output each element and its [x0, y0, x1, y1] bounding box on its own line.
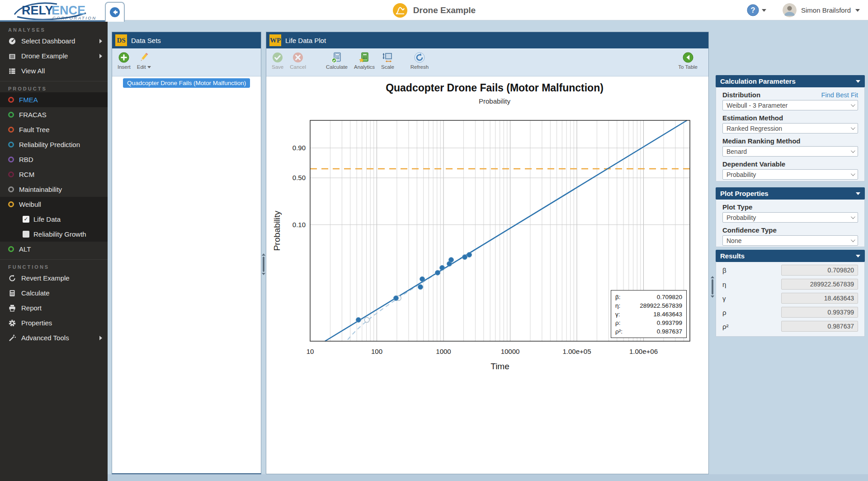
sidebar-item-alt[interactable]: ALT	[0, 242, 108, 257]
data-sets-title: Data Sets	[131, 37, 161, 44]
sidebar-item-rcm[interactable]: RCM	[0, 167, 108, 182]
data-set-item-selected[interactable]: Quadcopter Drone Fails (Motor Malfunctio…	[123, 78, 250, 88]
user-menu-caret-icon[interactable]	[855, 9, 860, 12]
sidebar: ANALYSES Select Dashboard Drone Example …	[0, 20, 108, 481]
calculate-button[interactable]: Calculate	[326, 52, 348, 70]
checkbox-checked-icon[interactable]	[23, 216, 29, 223]
chart-subtitle: Probability	[314, 97, 675, 105]
gamma-value: 18.463643	[653, 310, 682, 319]
estimation-method-select[interactable]: Ranked Regression	[722, 123, 858, 133]
svg-text:0.50: 0.50	[292, 174, 306, 181]
plot-type-select[interactable]: Probability	[722, 212, 858, 223]
confidence-type-select[interactable]: None	[722, 235, 858, 246]
distribution-select[interactable]: Weibull - 3 Parameter	[722, 100, 858, 110]
median-ranking-method-select[interactable]: Benard	[722, 146, 858, 157]
ring-icon	[8, 157, 14, 162]
plot-panel-header: WP Life Data Plot	[266, 32, 708, 48]
left-splitter[interactable]	[261, 32, 266, 474]
sidebar-item-weibull[interactable]: Weibull	[0, 197, 108, 212]
calculator-icon	[8, 289, 16, 297]
sidebar-item-reliability-growth[interactable]: Reliability Growth	[0, 227, 108, 242]
sidebar-item-view-all[interactable]: View All	[0, 63, 108, 78]
svg-text:1000: 1000	[436, 348, 451, 355]
gamma-result-field: 18.463643	[781, 293, 858, 304]
sidebar-item-revert-example[interactable]: Revert Example	[0, 271, 108, 286]
to-table-button[interactable]: To Table	[678, 52, 698, 70]
ring-icon	[8, 142, 14, 148]
probability-plot[interactable]: 0.900.500.10101001000100001.00e+051.00e+…	[272, 114, 703, 374]
sidebar-item-fmea[interactable]: FMEA	[0, 92, 108, 107]
plot-results-box: β:0.709820 η:289922.567839 γ:18.463643 ρ…	[611, 290, 687, 338]
calculation-parameters-header[interactable]: Calculation Parameters	[716, 75, 865, 87]
sidebar-item-maintainability[interactable]: Maintainability	[0, 182, 108, 197]
sidebar-item-fracas[interactable]: FRACAS	[0, 107, 108, 122]
svg-text:0.10: 0.10	[292, 221, 306, 229]
find-best-fit-link[interactable]: Find Best Fit	[821, 91, 858, 99]
sidebar-section-functions: FUNCTIONS	[0, 259, 108, 271]
sidebar-item-calculate[interactable]: Calculate	[0, 286, 108, 300]
svg-text:Time: Time	[491, 362, 509, 371]
sidebar-section-products: PRODUCTS	[0, 81, 108, 92]
application-window: RELY ENCE CORPORATION Drone Example	[0, 0, 868, 481]
save-button[interactable]: Save	[272, 52, 283, 70]
median-ranking-method-label: Median Ranking Method	[722, 137, 858, 146]
rho-squared-label: ρ²:	[615, 327, 623, 336]
collapse-caret-icon	[856, 192, 860, 195]
edit-button[interactable]: Edit	[137, 52, 151, 70]
distribution-label: Distribution	[722, 91, 760, 100]
right-splitter-handle[interactable]	[711, 276, 714, 298]
svg-text:10: 10	[307, 348, 314, 355]
parameters-column: Calculation Parameters Distribution Find…	[716, 20, 865, 474]
user-avatar[interactable]	[783, 3, 797, 17]
insert-button[interactable]: Insert	[118, 52, 131, 70]
results-header[interactable]: Results	[716, 250, 865, 262]
sidebar-item-rbd[interactable]: RBD	[0, 152, 108, 167]
collapse-caret-icon	[856, 255, 860, 257]
sidebar-item-properties[interactable]: Properties	[0, 315, 108, 330]
gear-icon	[8, 319, 16, 327]
analytics-button[interactable]: Analytics	[354, 52, 375, 70]
scale-button[interactable]: Scale	[381, 52, 394, 70]
sidebar-item-life-data[interactable]: Life Data	[0, 212, 108, 227]
result-row-eta: η 289922.567839	[722, 279, 858, 290]
edit-caret-icon	[147, 66, 151, 68]
data-sets-badge: DS	[115, 34, 127, 46]
eta-label: η:	[615, 301, 620, 310]
sidebar-item-select-dashboard[interactable]: Select Dashboard	[0, 33, 108, 48]
gauge-icon	[8, 37, 16, 45]
dependent-variable-select[interactable]: Probability	[722, 169, 858, 180]
chevron-down-icon	[851, 214, 855, 219]
ring-icon	[8, 112, 14, 118]
archive-icon	[8, 52, 16, 60]
results-body: β 0.709820 η 289922.567839 γ 18.463643 ρ…	[716, 262, 865, 337]
rho-squared-value: 0.987637	[657, 327, 682, 336]
svg-text:1.00e+06: 1.00e+06	[629, 348, 658, 355]
plot-properties-header[interactable]: Plot Properties	[716, 187, 865, 200]
cancel-button[interactable]: Cancel	[290, 52, 306, 70]
bottom-scroll-strip[interactable]	[108, 474, 868, 481]
eta-result-field: 289922.567839	[781, 279, 858, 290]
sidebar-item-drone-example[interactable]: Drone Example	[0, 48, 108, 63]
help-menu-button[interactable]: ?	[746, 4, 766, 17]
right-splitter[interactable]	[709, 32, 716, 474]
chevron-right-icon	[99, 39, 102, 43]
help-icon: ?	[746, 4, 760, 17]
help-caret-icon	[762, 9, 766, 12]
sidebar-item-advanced-tools[interactable]: Advanced Tools	[0, 330, 108, 345]
sidebar-item-report[interactable]: Report	[0, 300, 108, 315]
svg-text:?: ?	[750, 6, 755, 14]
eta-value: 289922.567839	[640, 301, 682, 310]
ring-icon	[8, 127, 14, 133]
confidence-type-label: Confidence Type	[722, 226, 858, 235]
avatar-icon	[783, 3, 797, 17]
left-splitter-handle[interactable]	[262, 253, 265, 275]
data-sets-list: Quadcopter Drone Fails (Motor Malfunctio…	[112, 76, 261, 88]
plot-panel-title: Life Data Plot	[285, 37, 326, 44]
estimation-method-label: Estimation Method	[722, 114, 858, 123]
sidebar-item-reliability-prediction[interactable]: Reliability Prediction	[0, 137, 108, 152]
refresh-button[interactable]: Refresh	[410, 52, 429, 70]
checkbox-unchecked-icon[interactable]	[23, 231, 29, 238]
project-title: Drone Example	[413, 5, 476, 15]
sidebar-item-fault-tree[interactable]: Fault Tree	[0, 122, 108, 137]
svg-text:1.00e+05: 1.00e+05	[563, 348, 591, 355]
